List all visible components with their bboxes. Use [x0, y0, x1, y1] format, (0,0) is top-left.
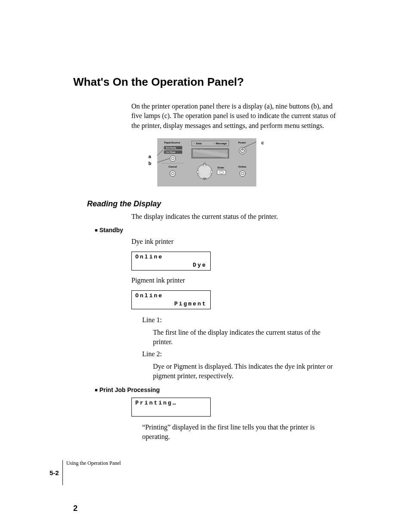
lcd-pigment-line2: Pigment: [135, 301, 207, 307]
lcd-dye: Online Dye: [131, 252, 211, 271]
callout-b: b: [149, 161, 152, 166]
svg-point-5: [170, 156, 175, 162]
svg-point-15: [213, 143, 215, 144]
page-title: What's On the Operation Panel?: [73, 75, 340, 89]
footer-page-number: 5-2: [50, 469, 59, 476]
svg-point-4: [162, 152, 164, 153]
footer: 5-2 Using the Operation Panel: [50, 460, 121, 485]
enter-label: Enter: [218, 166, 224, 169]
svg-point-26: [240, 171, 245, 177]
paper-source-label: PaperSource: [164, 141, 181, 144]
line1-body: The first line of the display indicates …: [153, 328, 340, 347]
callout-c: c: [261, 140, 264, 145]
line1-label: Line 1:: [142, 315, 340, 325]
power-label: Power: [238, 141, 246, 144]
line2-body: Dye or Pigment is displayed. This indica…: [153, 362, 340, 381]
lcd-dye-line2: Dye: [135, 262, 207, 268]
footer-chapter: Using the Operation Panel: [66, 460, 121, 467]
online-label: Online: [238, 165, 246, 168]
print-body: “Printing” displayed in the first line t…: [142, 423, 340, 442]
footer-divider: [62, 460, 63, 485]
svg-point-8: [170, 171, 175, 177]
svg-point-23: [239, 147, 246, 154]
cancel-label: Cancel: [168, 165, 177, 168]
svg-point-20: [197, 165, 212, 179]
standby-heading: Standby: [95, 227, 340, 233]
line2-label: Line 2:: [142, 349, 340, 359]
lcd-pigment: Online Pigment: [131, 290, 211, 309]
subheading-reading-display: Reading the Display: [87, 199, 340, 208]
lcd-printing-line1: Printing…: [135, 400, 207, 406]
svg-rect-0: [157, 138, 256, 187]
intro-paragraph: On the printer operation panel there is …: [131, 102, 340, 131]
svg-rect-21: [217, 170, 226, 174]
message-label: Message: [216, 142, 227, 145]
operation-panel-svg: PaperSource Roll Media Cut Sheet Cancel …: [157, 138, 256, 187]
dye-ink-label: Dye ink printer: [131, 238, 340, 246]
print-job-heading: Print Job Processing: [95, 386, 340, 393]
callout-a: a: [149, 154, 151, 159]
operation-panel-figure: a b c PaperSource Roll Media Cut Sheet C…: [73, 138, 340, 187]
roll-media-label: Roll Media: [166, 146, 176, 149]
pigment-ink-label: Pigment ink printer: [131, 277, 340, 284]
svg-point-14: [193, 143, 195, 144]
lcd-pigment-line1: Online: [135, 292, 207, 299]
lcd-printing: Printing…: [131, 398, 211, 417]
data-label: Data: [196, 142, 202, 145]
cut-sheet-label: Cut Sheet: [166, 151, 176, 153]
svg-point-2: [162, 147, 164, 149]
lcd-dye-line1: Online: [135, 254, 207, 260]
sub-paragraph: The display indicates the current status…: [131, 213, 340, 221]
page-number-bottom: 2: [73, 504, 78, 513]
